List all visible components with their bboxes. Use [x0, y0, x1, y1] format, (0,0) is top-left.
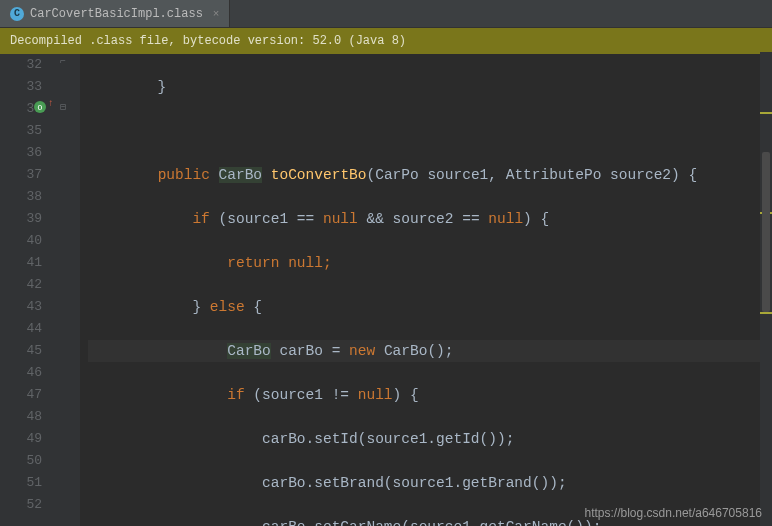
code-line: carBo.setBrand(source1.getBrand()); — [88, 472, 772, 494]
keyword: public — [158, 167, 210, 183]
scrollbar-mark — [760, 312, 772, 314]
close-icon[interactable]: × — [213, 8, 220, 20]
ctor: CarBo(); — [375, 343, 453, 359]
line-number: 52 — [0, 494, 42, 516]
line-number-gutter: 32 33 34 35 36 37 38 39 40 41 42 43 44 4… — [0, 54, 50, 526]
code-editor[interactable]: 32 33 34 35 36 37 38 39 40 41 42 43 44 4… — [0, 54, 772, 526]
line-number: 41 — [0, 252, 42, 274]
fold-toggle-icon[interactable]: ⊟ — [60, 101, 66, 113]
fold-end-icon[interactable]: ⌐ — [60, 56, 66, 67]
keyword: null; — [279, 255, 331, 271]
code-area[interactable]: } public CarBo toConvertBo(CarPo source1… — [80, 54, 772, 526]
code-line: if (source1 == null && source2 == null) … — [88, 208, 772, 230]
info-bar-text: Decompiled .class file, bytecode version… — [10, 34, 406, 48]
code-line — [88, 120, 772, 142]
stmt: carBo.setBrand(source1.getBrand()); — [262, 475, 567, 491]
line-number: 50 — [0, 450, 42, 472]
code-line: } — [88, 76, 772, 98]
keyword: null — [323, 211, 358, 227]
brace: ) { — [393, 387, 419, 403]
keyword: null — [488, 211, 523, 227]
line-number: 51 — [0, 472, 42, 494]
decompiled-info-bar: Decompiled .class file, bytecode version… — [0, 28, 772, 54]
type-highlight: CarBo — [227, 343, 271, 359]
override-up-icon[interactable]: ↑ — [48, 98, 54, 109]
brace: { — [245, 299, 262, 315]
line-number: 33 — [0, 76, 42, 98]
line-number: 42 — [0, 274, 42, 296]
keyword: return — [227, 255, 279, 271]
line-number: 39 — [0, 208, 42, 230]
tab-bar: C CarCovertBasicImpl.class × — [0, 0, 772, 28]
cond: (source1 != — [245, 387, 358, 403]
line-number: 40 — [0, 230, 42, 252]
stmt: carBo.setCarName(source1.getCarName()); — [262, 519, 601, 526]
keyword: new — [349, 343, 375, 359]
override-marker-icon[interactable]: O — [34, 101, 46, 113]
signature: (CarPo source1, AttributePo source2) { — [366, 167, 697, 183]
fold-column: O ↑ ⌐ ⊟ — [50, 54, 80, 526]
code-line: carBo.setId(source1.getId()); — [88, 428, 772, 450]
keyword: if — [192, 211, 209, 227]
code-line: public CarBo toConvertBo(CarPo source1, … — [88, 164, 772, 186]
type-highlight: CarBo — [219, 167, 263, 183]
keyword: null — [358, 387, 393, 403]
cond: (source1 == — [210, 211, 323, 227]
line-number: 36 — [0, 142, 42, 164]
brace: ) { — [523, 211, 549, 227]
line-number: 47 — [0, 384, 42, 406]
line-number: 37 — [0, 164, 42, 186]
keyword: else — [210, 299, 245, 315]
editor-tab[interactable]: C CarCovertBasicImpl.class × — [0, 0, 230, 27]
op: && source2 == — [358, 211, 489, 227]
code-line: return null; — [88, 252, 772, 274]
code-line: if (source1 != null) { — [88, 384, 772, 406]
code-line-current: CarBo carBo = new CarBo(); — [88, 340, 772, 362]
line-number: 32 — [0, 54, 42, 76]
line-number: 35 — [0, 120, 42, 142]
line-number: 43 — [0, 296, 42, 318]
line-number: 38 — [0, 186, 42, 208]
stmt: carBo.setId(source1.getId()); — [262, 431, 514, 447]
scrollbar-mark — [760, 112, 772, 114]
line-number: 48 — [0, 406, 42, 428]
line-number: 45 — [0, 340, 42, 362]
line-number: 46 — [0, 362, 42, 384]
code-line: } else { — [88, 296, 772, 318]
line-number: 49 — [0, 428, 42, 450]
brace: } — [192, 299, 209, 315]
line-number: 44 — [0, 318, 42, 340]
scrollbar-thumb[interactable] — [762, 152, 770, 312]
var: carBo = — [271, 343, 349, 359]
method-name: toConvertBo — [271, 167, 367, 183]
class-file-icon: C — [10, 7, 24, 21]
watermark-text: https://blog.csdn.net/a646705816 — [585, 506, 762, 520]
vertical-scrollbar[interactable] — [760, 52, 772, 526]
keyword: if — [227, 387, 244, 403]
tab-filename: CarCovertBasicImpl.class — [30, 7, 203, 21]
